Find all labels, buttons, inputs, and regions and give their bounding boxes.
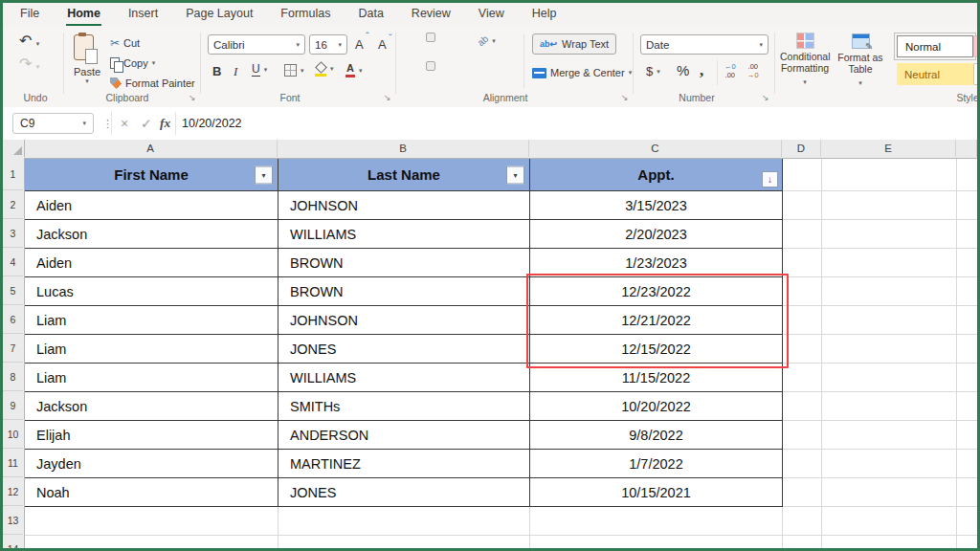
row-header-5[interactable]: 5 xyxy=(3,276,23,305)
number-format-combo[interactable]: Date ▾ xyxy=(640,34,768,55)
chevron-down-icon[interactable]: ▾ xyxy=(359,67,363,75)
align-center-button[interactable] xyxy=(426,61,435,71)
select-all-button[interactable] xyxy=(3,140,25,157)
cut-button[interactable]: ✂ Cut xyxy=(110,36,140,50)
chevron-down-icon[interactable]: ▾ xyxy=(338,41,342,49)
align-right-button[interactable] xyxy=(450,61,459,71)
chevron-down-icon[interactable]: ▾ xyxy=(858,79,862,86)
filter-button-first-name[interactable]: ▾ xyxy=(255,165,273,184)
chevron-down-icon[interactable]: ▾ xyxy=(759,41,763,49)
style-calculation-chip[interactable] xyxy=(973,63,980,85)
increase-font-size-button[interactable]: A xyxy=(355,35,364,53)
increase-indent-button[interactable] xyxy=(499,61,508,71)
chevron-down-icon[interactable]: ▾ xyxy=(330,65,334,73)
cell-appt[interactable]: 10/20/2022 xyxy=(530,392,783,421)
conditional-formatting-button[interactable]: Conditional Formatting ▾ xyxy=(780,33,830,86)
format-as-table-button[interactable]: Format as Table ▾ xyxy=(834,33,887,87)
menu-tab-help[interactable]: Help xyxy=(531,4,558,26)
decrease-font-size-button[interactable]: A xyxy=(378,35,387,53)
paste-button[interactable]: Paste ▾ xyxy=(74,34,100,85)
orientation-button[interactable]: ab ▾ xyxy=(478,35,496,46)
menu-tab-review[interactable]: Review xyxy=(411,4,452,26)
cell-last-name[interactable]: BROWN xyxy=(278,249,530,277)
align-left-button[interactable] xyxy=(403,61,412,71)
row-header-12[interactable]: 12 xyxy=(3,477,23,506)
cell-appt[interactable]: 2/20/2023 xyxy=(530,220,783,249)
format-painter-button[interactable]: Format Painter xyxy=(110,77,195,89)
cell-first-name[interactable]: Aiden xyxy=(25,191,278,220)
row-header-1[interactable]: 1 xyxy=(3,158,23,190)
column-header[interactable] xyxy=(956,140,977,157)
row-header-10[interactable]: 10 xyxy=(3,420,23,449)
menu-tab-formulas[interactable]: Formulas xyxy=(279,4,331,26)
cell-appt[interactable]: 1/7/2022 xyxy=(530,450,783,478)
cell-first-name[interactable]: Aiden xyxy=(25,249,278,277)
row-header-2[interactable]: 2 xyxy=(3,190,23,219)
cell-first-name[interactable]: Jayden xyxy=(25,450,278,478)
decrease-indent-button[interactable] xyxy=(476,61,485,71)
undo-button[interactable]: ↶ ▾ xyxy=(18,32,40,51)
column-header-b[interactable]: B xyxy=(278,140,529,157)
menu-tab-page-layout[interactable]: Page Layout xyxy=(185,4,254,26)
redo-button[interactable]: ↷ ▾ xyxy=(18,55,40,74)
font-dialog-launcher-icon[interactable]: ↘ xyxy=(384,93,391,102)
cell-first-name[interactable]: Noah xyxy=(25,478,278,507)
formula-input[interactable]: 10/20/2022 xyxy=(182,113,242,134)
alignment-dialog-launcher-icon[interactable]: ↘ xyxy=(621,93,629,102)
row-header-3[interactable]: 3 xyxy=(3,219,23,248)
align-bottom-button[interactable] xyxy=(450,33,459,42)
menu-tab-data[interactable]: Data xyxy=(357,4,384,26)
cell-first-name[interactable]: Lucas xyxy=(25,277,278,306)
column-header-c[interactable]: C xyxy=(529,140,782,157)
row-header-13[interactable]: 13 xyxy=(3,506,23,535)
align-middle-button[interactable] xyxy=(426,33,435,42)
name-box[interactable]: C9 ▾ xyxy=(12,113,94,134)
cancel-button[interactable]: × xyxy=(121,113,128,134)
filter-button-last-name[interactable]: ▾ xyxy=(506,165,524,184)
wrap-text-button[interactable]: ab↩ Wrap Text xyxy=(532,33,616,55)
chevron-down-icon[interactable]: ▾ xyxy=(803,78,807,85)
chevron-down-icon[interactable]: ▾ xyxy=(152,59,156,67)
chevron-down-icon[interactable]: ▾ xyxy=(36,40,40,47)
accounting-format-button[interactable]: $ ▾ xyxy=(646,64,660,78)
cell-appt[interactable]: 10/15/2021 xyxy=(530,478,783,507)
cell-first-name[interactable]: Liam xyxy=(25,364,278,392)
menu-tab-view[interactable]: View xyxy=(478,4,505,26)
comma-style-button[interactable]: , xyxy=(700,62,703,79)
column-header-d[interactable]: D xyxy=(782,140,821,157)
row-header-6[interactable]: 6 xyxy=(3,305,23,334)
cell-first-name[interactable]: Jackson xyxy=(25,392,278,421)
font-color-button[interactable]: A ▾ xyxy=(345,63,362,77)
cell-first-name[interactable]: Jackson xyxy=(25,220,278,249)
fill-color-button[interactable]: ▾ xyxy=(315,63,334,75)
header-cell-last-name[interactable]: Last Name ▾ xyxy=(278,159,530,191)
chevron-down-icon[interactable]: ▾ xyxy=(74,77,100,85)
cell-first-name[interactable]: Elijah xyxy=(25,421,278,450)
copy-button[interactable]: Copy ▾ xyxy=(110,57,155,69)
cell-last-name[interactable]: WILLIAMS xyxy=(278,364,530,392)
percent-style-button[interactable]: % xyxy=(677,62,689,79)
font-name-combo[interactable]: Calibri ▾ xyxy=(208,34,305,55)
chevron-down-icon[interactable]: ▾ xyxy=(264,66,268,74)
merge-center-button[interactable]: Merge & Center ▾ xyxy=(532,67,632,78)
sort-filter-button-appt[interactable]: ↓ xyxy=(762,171,778,187)
cell-last-name[interactable]: JOHNSON xyxy=(278,191,530,220)
style-normal-chip[interactable]: Normal xyxy=(897,35,973,57)
cell-last-name[interactable]: MARTINEZ xyxy=(278,450,530,478)
font-size-combo[interactable]: 16 ▾ xyxy=(309,34,347,55)
number-dialog-launcher-icon[interactable]: ↘ xyxy=(762,93,769,102)
underline-button[interactable]: U ▾ xyxy=(252,63,267,77)
chevron-down-icon[interactable]: ▾ xyxy=(629,69,633,77)
style-neutral-chip[interactable]: Neutral xyxy=(897,63,973,85)
header-cell-appt[interactable]: Appt. ↓ xyxy=(530,159,783,191)
italic-button[interactable]: I xyxy=(234,62,237,79)
row-header-8[interactable]: 8 xyxy=(3,363,23,391)
row-header-14[interactable]: 14 xyxy=(3,535,23,548)
cell-first-name[interactable]: Liam xyxy=(25,335,278,364)
insert-function-button[interactable]: fx xyxy=(160,113,170,134)
chevron-down-icon[interactable]: ▾ xyxy=(492,37,496,45)
chevron-down-icon[interactable]: ▾ xyxy=(301,67,304,75)
column-header-e[interactable]: E xyxy=(821,140,956,157)
menu-tab-home[interactable]: Home xyxy=(66,4,101,26)
cell-last-name[interactable]: BROWN xyxy=(278,277,530,306)
